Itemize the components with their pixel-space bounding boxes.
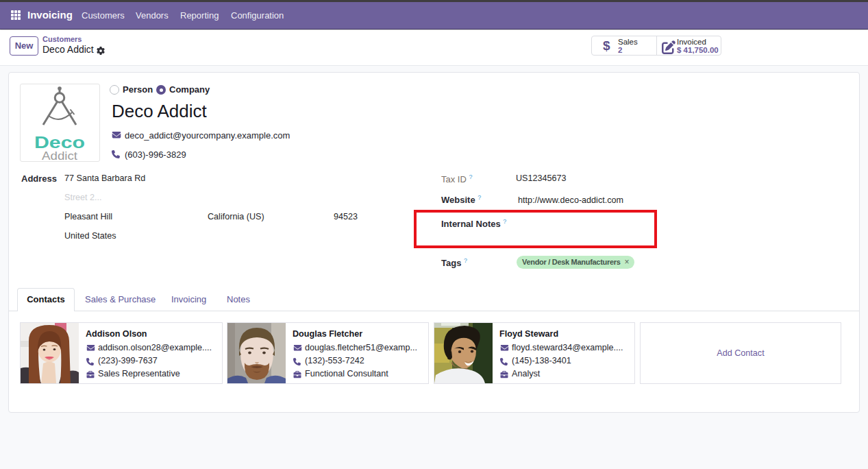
- svg-text:Addict: Addict: [42, 149, 77, 161]
- svg-text:Deco: Deco: [34, 133, 85, 152]
